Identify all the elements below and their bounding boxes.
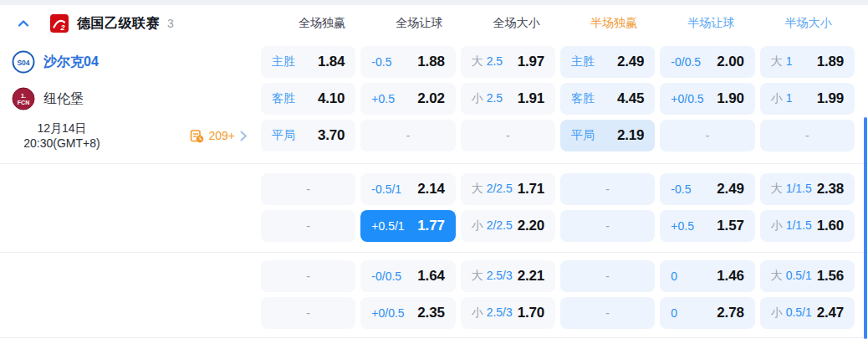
odds-label: 小2.5	[472, 91, 503, 106]
odds-cell[interactable]: 小2/2.52.20	[461, 210, 555, 242]
odds-handicap-line: 0	[671, 306, 677, 320]
odds-cell[interactable]: 大1/1.52.38	[760, 173, 855, 205]
league-info: 2 德国乙级联赛 3	[0, 14, 276, 33]
odds-label: 大2/2.5	[472, 182, 513, 197]
odds-label-prefix: 大	[472, 182, 483, 197]
odds-value: 2.02	[417, 90, 444, 107]
odds-cell[interactable]: 大2/2.51.71	[461, 173, 555, 205]
nurnberg-badge: 1.FCN	[12, 87, 35, 110]
odds-label-prefix: 主胜	[272, 54, 295, 69]
odds-cells: -+0/0.52.35小2.5/31.70-02.78小0.5/12.47	[261, 297, 868, 329]
league-title: 德国乙级联赛	[77, 15, 160, 33]
dash-placeholder: -	[506, 129, 510, 142]
odds-cell[interactable]: -0.51.88	[360, 46, 455, 78]
match-time: 20:30(GMT+8)	[7, 136, 117, 151]
odds-label: 平局	[571, 128, 595, 143]
odds-cell[interactable]: 大11.89	[760, 46, 855, 78]
odds-label: 小0.5/1	[771, 305, 812, 321]
odds-label: 大2.5/3	[472, 269, 513, 284]
panel-footer-divider	[0, 337, 868, 344]
odds-label: -0.5	[371, 55, 391, 69]
odds-label: -0.5	[671, 182, 691, 196]
odds-label: -0/0.5	[671, 55, 701, 69]
odds-cell[interactable]: 01.46	[660, 260, 754, 292]
team-name-home: 沙尔克04	[43, 54, 99, 71]
odds-cell[interactable]: 客胜4.45	[560, 83, 655, 115]
odds-cell[interactable]: 小2.5/31.70	[461, 297, 555, 329]
odds-handicap-line: +0.5/1	[371, 219, 404, 233]
row-info-empty	[0, 260, 261, 292]
odds-cell[interactable]: -0/0.52.00	[660, 46, 754, 78]
odds-value: 1.56	[817, 268, 844, 285]
odds-cell-empty: -	[560, 210, 655, 242]
svg-text:FCN: FCN	[18, 100, 29, 105]
odds-section-3: --0/0.51.64大2.5/32.21-01.46大0.5/11.56-+0…	[0, 252, 868, 337]
odds-cell-empty: -	[261, 297, 355, 329]
odds-cell[interactable]: 大0.5/11.56	[760, 260, 855, 292]
odds-cell[interactable]: 小11.99	[760, 83, 855, 115]
odds-cell[interactable]: +0.51.57	[660, 210, 754, 242]
odds-cell[interactable]: -0.52.49	[660, 173, 754, 205]
odds-cell[interactable]: +0.52.02	[360, 83, 455, 115]
odds-value: 3.70	[318, 127, 345, 144]
dash-placeholder: -	[605, 270, 610, 283]
odds-cell[interactable]: 大2.5/32.21	[461, 260, 555, 292]
row-info-empty	[0, 173, 261, 205]
odds-cell[interactable]: 平局2.19	[560, 120, 655, 151]
odds-cell-empty: -	[360, 120, 455, 151]
odds-panel: 2 德国乙级联赛 3 全场独赢全场让球全场大小半场独赢半场让球半场大小 S04沙…	[0, 0, 868, 344]
odds-handicap-line: 0	[671, 270, 677, 283]
odds-value: 2.49	[717, 181, 743, 198]
match-date: 12月14日	[7, 121, 117, 136]
odds-value: 2.49	[617, 54, 644, 70]
odds-value: 2.14	[417, 181, 444, 198]
odds-handicap-line: 0.5/1	[786, 269, 812, 282]
odds-cell[interactable]: 02.78	[660, 297, 754, 329]
odds-label: 客胜	[272, 91, 295, 106]
odds-label: 小1	[771, 91, 793, 106]
odds-handicap-line: +0/0.5	[671, 92, 703, 105]
odds-cell[interactable]: 小1/1.51.60	[760, 210, 855, 242]
odds-label: 小2.5/3	[472, 305, 513, 321]
odds-cell-empty: -	[261, 260, 355, 292]
odds-cell[interactable]: 小0.5/12.47	[760, 297, 855, 329]
odds-label-prefix: 大	[771, 182, 783, 197]
odds-cells: --0.5/12.14大2/2.51.71--0.52.49大1/1.52.38	[261, 173, 868, 205]
odds-cells: --0/0.51.64大2.5/32.21-01.46大0.5/11.56	[261, 260, 868, 292]
odds-label: 平局	[272, 128, 295, 143]
odds-cell[interactable]: -0/0.51.64	[360, 260, 455, 292]
odds-cell[interactable]: 主胜2.49	[560, 46, 655, 78]
dash-placeholder: -	[306, 270, 310, 283]
odds-cell[interactable]: 客胜4.10	[261, 83, 355, 115]
odds-value: 2.47	[817, 305, 844, 321]
collapse-button[interactable]	[15, 15, 32, 32]
more-markets-link[interactable]: 209+	[190, 129, 248, 143]
odds-cell[interactable]: -0.5/12.14	[360, 173, 455, 205]
odds-label-prefix: 小	[472, 91, 483, 106]
odds-label: +0/0.5	[671, 92, 703, 105]
odds-value: 1.84	[318, 54, 345, 70]
odds-value: 1.99	[817, 90, 844, 107]
odds-label: +0.5	[671, 219, 694, 233]
odds-cell[interactable]: 平局3.70	[261, 120, 355, 151]
odds-cell[interactable]: +0/0.51.90	[660, 83, 754, 115]
dash-placeholder: -	[805, 129, 809, 142]
dash-placeholder: -	[706, 129, 710, 142]
odds-handicap-line: 1/1.5	[786, 182, 812, 195]
odds-label-prefix: 大	[472, 54, 483, 69]
schalke04-badge: S04	[12, 50, 35, 74]
column-header-6: 半场大小	[763, 16, 855, 31]
odds-cell-empty: -	[660, 120, 754, 151]
odds-handicap-line: 1/1.5	[786, 218, 812, 232]
odds-cells: 平局3.70--平局2.19--	[261, 120, 868, 151]
odds-cell-selected[interactable]: +0.5/11.77	[360, 210, 455, 242]
odds-handicap-line: +0.5	[671, 219, 694, 233]
odds-cell[interactable]: 小2.51.91	[461, 83, 555, 115]
odds-cell[interactable]: +0/0.52.35	[360, 297, 455, 329]
odds-label-prefix: 小	[771, 91, 783, 106]
odds-handicap-line: 2/2.5	[487, 182, 513, 195]
column-header-3: 全场大小	[471, 16, 563, 31]
vertical-scrollbar[interactable]	[864, 117, 867, 339]
odds-cell[interactable]: 主胜1.84	[261, 46, 355, 78]
odds-cell[interactable]: 大2.51.97	[461, 46, 555, 78]
